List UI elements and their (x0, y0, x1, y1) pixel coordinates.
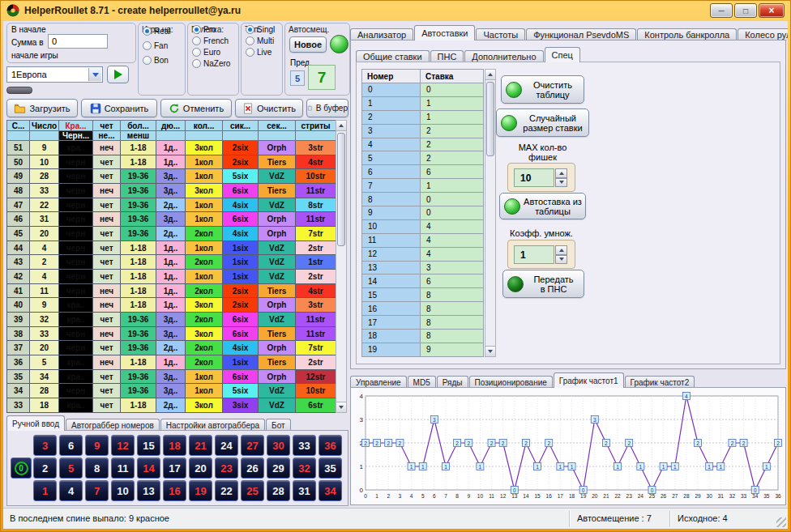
bet-row[interactable]: 71 (362, 179, 484, 193)
bet-row[interactable]: 146 (362, 275, 484, 288)
bet-row[interactable]: 158 (362, 288, 484, 302)
number-button-17[interactable]: 17 (163, 458, 186, 479)
bet-row[interactable]: 188 (362, 330, 484, 343)
tab-1[interactable]: Общие ставки (356, 50, 430, 62)
radio-option-real[interactable]: Real (139, 23, 185, 38)
result-row[interactable]: 3932кра..чет19-363д..2кол6sixVdZ11str (7, 313, 336, 327)
result-row[interactable]: 4520чернчет19-362д..2кол4sixOrph7str (7, 227, 336, 241)
radio-option-singl[interactable]: Singl (242, 23, 282, 35)
number-button-23[interactable]: 23 (215, 458, 238, 479)
start-sum-input[interactable] (48, 34, 108, 49)
result-row[interactable]: 3428чернчет19-363д..1кол5sixVdZ10str (7, 384, 336, 398)
bet-row[interactable]: 80 (362, 193, 484, 206)
tab-4[interactable]: Функционал PsevdoMS (526, 28, 636, 40)
bet-row[interactable]: 178 (362, 316, 484, 330)
bet-row[interactable]: 32 (362, 124, 484, 138)
result-row[interactable]: 4928чернчет19-363д..1кол5sixVdZ10str (7, 169, 336, 184)
result-row[interactable]: 432чернчет1-181д..2кол1sixVdZ1str (7, 255, 336, 270)
radio-option-live[interactable]: Live (242, 46, 282, 57)
clear-button[interactable]: Очистить (235, 99, 303, 117)
bet-row[interactable]: 00 (362, 83, 484, 97)
radio-option-bon[interactable]: Bon (139, 53, 185, 67)
multiplier-value[interactable]: 1 (514, 245, 554, 264)
bet-row[interactable]: 133 (362, 261, 484, 275)
number-button-30[interactable]: 30 (267, 435, 290, 456)
tab-1[interactable]: Управление (350, 376, 407, 388)
scroll-up-arrow[interactable] (485, 70, 495, 80)
scrollbar-thumb[interactable] (486, 82, 494, 156)
bet-row[interactable]: 42 (362, 138, 484, 151)
combo-dropdown-button[interactable] (88, 68, 101, 81)
tab-2[interactable]: ПНС (430, 50, 464, 62)
bet-row[interactable]: 168 (362, 302, 484, 316)
undo-button[interactable]: Отменить (160, 99, 232, 117)
radio-option-pro[interactable]: Pro (188, 23, 238, 35)
number-button-25[interactable]: 25 (241, 480, 264, 501)
number-button-5[interactable]: 5 (59, 458, 83, 479)
number-button-32[interactable]: 32 (293, 458, 316, 479)
save-button[interactable]: Сохранить (81, 99, 157, 117)
results-scrollbar[interactable] (336, 120, 347, 413)
resize-grip[interactable] (776, 517, 786, 527)
number-button-15[interactable]: 15 (137, 435, 160, 456)
result-row[interactable]: 365кра..неч1-181д..2кол1sixTiers2str (7, 355, 336, 370)
number-button-22[interactable]: 22 (215, 480, 238, 501)
result-row[interactable]: 424чернчет1-181д..1кол1sixVdZ2str (7, 270, 336, 284)
result-row[interactable]: 3720чернчет19-362д..2кол4sixOrph7str (7, 341, 336, 355)
radio-option-euro[interactable]: Euro (188, 46, 238, 57)
maximize-button[interactable]: □ (734, 3, 757, 18)
autobet-from-table-button[interactable]: Автоставка из таблицы (499, 193, 586, 219)
result-row[interactable]: 519кра..неч1-181д..3кол2sixOrph3str (7, 141, 336, 155)
number-button-31[interactable]: 31 (293, 480, 316, 501)
result-row[interactable]: 4631черннеч19-363д..1кол6sixOrph11str (7, 212, 336, 227)
number-button-9[interactable]: 9 (85, 435, 109, 456)
number-button-18[interactable]: 18 (163, 435, 186, 456)
tab-3[interactable]: Дополнительно (464, 50, 543, 62)
radio-option-nazero[interactable]: NaZero (188, 57, 238, 69)
number-button-7[interactable]: 7 (85, 480, 109, 501)
result-row[interactable]: 409кра..неч1-181д..3кол2sixOrph3str (7, 298, 336, 313)
tab-2[interactable]: MD5 (408, 376, 436, 388)
copy-to-clipboard-button[interactable]: В буфер (306, 99, 348, 117)
number-button-29[interactable]: 29 (267, 458, 290, 479)
play-button[interactable] (107, 66, 129, 83)
number-button-8[interactable]: 8 (85, 458, 109, 479)
tab-3[interactable]: Настройки автограббера (160, 419, 265, 431)
max-chips-value[interactable]: 10 (514, 168, 554, 187)
number-button-0[interactable]: 0 (11, 458, 32, 479)
close-button[interactable]: × (759, 3, 785, 18)
radio-option-multi[interactable]: Multi (242, 35, 282, 46)
tab-4[interactable]: Бот (266, 419, 290, 431)
spin-down-button[interactable] (555, 178, 567, 188)
spin-up-button[interactable] (555, 245, 567, 255)
bet-row[interactable]: 114 (362, 233, 484, 247)
number-button-3[interactable]: 3 (33, 435, 57, 456)
bet-row[interactable]: 124 (362, 247, 484, 261)
bet-row[interactable]: 52 (362, 151, 484, 165)
number-button-21[interactable]: 21 (189, 435, 212, 456)
tab-1[interactable]: Ручной ввод (6, 415, 65, 431)
number-button-34[interactable]: 34 (319, 480, 342, 501)
number-button-1[interactable]: 1 (33, 480, 57, 501)
transfer-to-pns-button[interactable]: Передать в ПНС (502, 270, 584, 298)
number-button-33[interactable]: 33 (293, 435, 316, 456)
number-button-12[interactable]: 12 (111, 435, 135, 456)
number-button-10[interactable]: 10 (111, 480, 135, 501)
bet-row[interactable]: 66 (362, 165, 484, 179)
result-row[interactable]: 444чернчет1-181д..1кол1sixVdZ2str (7, 240, 336, 255)
number-button-26[interactable]: 26 (241, 458, 264, 479)
number-button-11[interactable]: 11 (111, 458, 135, 479)
tab-4[interactable]: Спец (545, 47, 580, 62)
tab-2[interactable]: Автоставки (414, 25, 475, 40)
scrollbar-thumb[interactable] (337, 133, 345, 246)
number-button-27[interactable]: 27 (241, 435, 264, 456)
scroll-down-arrow[interactable] (336, 402, 346, 412)
game-variant-select[interactable]: 1Европа (6, 66, 103, 83)
number-button-6[interactable]: 6 (59, 435, 83, 456)
number-button-19[interactable]: 19 (189, 480, 212, 501)
result-row[interactable]: 4833черннеч19-363д..3кол6sixTiers11str (7, 184, 336, 198)
result-row[interactable]: 4722чернчет19-362д..1кол4sixVdZ8str (7, 198, 336, 212)
collapse-button[interactable] (6, 87, 32, 94)
radio-option-fan[interactable]: Fan (139, 38, 185, 53)
result-row[interactable]: 5010чернчет1-181д..1кол2sixTiers4str (7, 155, 336, 169)
